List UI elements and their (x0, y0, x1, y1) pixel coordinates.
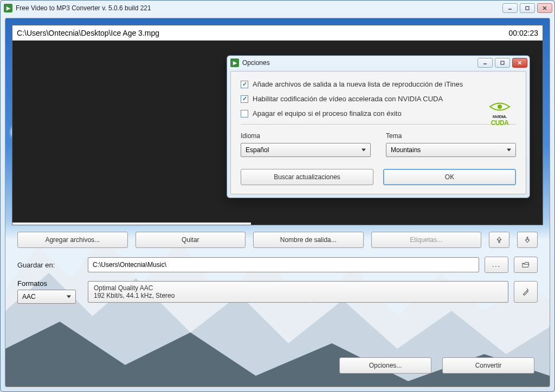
folder-open-icon (522, 261, 530, 269)
preset-wizard-button[interactable] (514, 281, 538, 303)
minimize-button[interactable] (502, 3, 518, 13)
maximize-button[interactable] (520, 3, 535, 13)
magic-wand-icon (522, 288, 530, 296)
language-select[interactable]: Español (241, 143, 371, 157)
move-down-button[interactable] (517, 232, 538, 248)
browse-folder-button[interactable]: ... (485, 257, 508, 273)
divider (241, 124, 516, 125)
convert-button[interactable]: Convertir (442, 357, 534, 374)
options-button[interactable]: Opciones... (339, 357, 431, 374)
main-titlebar[interactable]: ▶ Free Video to MP3 Converter v. 5.0.6 b… (1, 1, 554, 16)
ok-button[interactable]: OK (383, 169, 516, 185)
svg-point-8 (498, 104, 502, 109)
save-path-field[interactable]: C:\Users\Ontecnia\Music\ (88, 257, 479, 272)
itunes-playlist-checkbox[interactable] (241, 81, 248, 88)
remove-button[interactable]: Quitar (135, 232, 246, 248)
shutdown-label: Apagar el equipo si el proceso finaliza … (253, 109, 402, 117)
arrow-down-icon (524, 236, 531, 244)
app-icon: ▶ (4, 4, 12, 12)
output-name-button[interactable]: Nombre de salida... (253, 232, 364, 248)
language-label: Idioma (241, 132, 371, 140)
svg-rect-1 (526, 6, 529, 10)
nvidia-eye-icon (489, 101, 511, 113)
dialog-maximize-button[interactable] (495, 58, 510, 68)
cuda-encoding-checkbox[interactable] (241, 95, 248, 103)
svg-rect-5 (501, 61, 504, 64)
shutdown-checkbox[interactable] (241, 110, 248, 117)
main-content-area: C:\Users\Ontecnia\Desktop\Ice Age 3.mpg … (5, 18, 550, 387)
dialog-titlebar[interactable]: ▶ Opciones (227, 56, 530, 70)
dialog-title: Opciones (242, 59, 477, 67)
theme-select[interactable]: Mountains (386, 143, 516, 157)
dialog-minimize-button[interactable] (477, 58, 493, 68)
move-up-button[interactable] (489, 232, 509, 248)
check-updates-button[interactable]: Buscar actualizaciones (241, 169, 373, 185)
close-button[interactable] (537, 3, 552, 13)
playback-progress[interactable] (12, 223, 251, 225)
theme-label: Tema (386, 132, 516, 140)
nvidia-cuda-logo: NVIDIA.CUDA (489, 101, 511, 127)
main-window: ▶ Free Video to MP3 Converter v. 5.0.6 b… (0, 0, 555, 392)
formats-label: Formatos (17, 279, 82, 288)
quality-preset-display[interactable]: Optimal Quality AAC 192 Kbit/s, 44.1 kHz… (88, 281, 508, 303)
input-file-path: C:\Users\Ontecnia\Desktop\Ice Age 3.mpg (17, 29, 509, 37)
save-to-label: Guardar en: (17, 261, 82, 269)
dialog-icon: ▶ (230, 58, 239, 67)
arrow-up-icon (495, 236, 503, 244)
dialog-close-button[interactable] (512, 58, 527, 68)
cuda-encoding-label: Habilitar codificación de vídeo accelera… (253, 95, 443, 103)
add-files-button[interactable]: Agregar archivos... (17, 232, 128, 248)
app-title: Free Video to MP3 Converter v. 5.0.6 bui… (16, 4, 502, 12)
ellipsis-icon: ... (492, 261, 501, 269)
itunes-playlist-label: Añade archivos de salida a la nueva list… (253, 80, 463, 88)
video-duration: 00:02:23 (509, 29, 539, 37)
options-dialog: ▶ Opciones Añade archivos de salida a la… (227, 55, 530, 198)
format-select[interactable]: AAC (17, 290, 76, 304)
open-folder-button[interactable] (514, 257, 538, 273)
tags-button[interactable]: Etiquetas... (371, 232, 482, 248)
